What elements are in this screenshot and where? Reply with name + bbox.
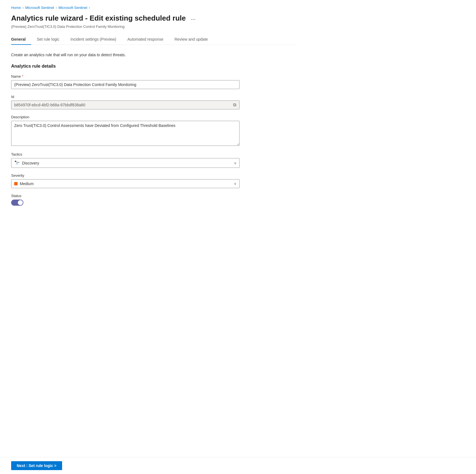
- severity-dot-icon: [14, 182, 18, 185]
- toggle-thumb: [18, 200, 23, 205]
- breadcrumb-sep-2: ›: [56, 6, 57, 10]
- status-toggle-area: [11, 200, 295, 206]
- page-title: Analytics rule wizard - Edit existing sc…: [11, 14, 186, 23]
- name-input[interactable]: [11, 80, 240, 89]
- breadcrumb-sep-1: ›: [23, 6, 24, 10]
- section-description: Create an analytics rule that will run o…: [11, 53, 295, 57]
- id-label: Id: [11, 95, 295, 99]
- id-field-group: Id ⧉: [11, 95, 295, 109]
- section-title: Analytics rule details: [11, 64, 295, 69]
- tactics-value: Discovery: [22, 161, 39, 165]
- severity-select-left: Medium: [14, 181, 34, 186]
- severity-select[interactable]: Medium ∨: [11, 179, 240, 188]
- more-options-button[interactable]: ···: [189, 15, 198, 23]
- tab-incident-settings[interactable]: Incident settings (Preview): [65, 34, 122, 45]
- copy-id-button[interactable]: ⧉: [232, 101, 237, 109]
- tactics-field-group: Tactics 🔭 Discovery ∨: [11, 152, 295, 168]
- name-field-group: Name *: [11, 74, 295, 89]
- tactics-select-wrapper: 🔭 Discovery ∨: [11, 158, 240, 168]
- tactics-select-left: 🔭 Discovery: [14, 160, 39, 166]
- tactics-label: Tactics: [11, 152, 295, 156]
- description-label: Description: [11, 115, 295, 119]
- breadcrumb-sep-3: ›: [89, 6, 90, 10]
- severity-label: Severity: [11, 173, 295, 178]
- tactics-select[interactable]: 🔭 Discovery ∨: [11, 158, 240, 168]
- tabs-navigation: General Set rule logic Incident settings…: [11, 34, 295, 45]
- tab-automated-response[interactable]: Automated response: [122, 34, 169, 45]
- tactics-icon: 🔭: [14, 160, 20, 166]
- copy-icon: ⧉: [233, 102, 236, 107]
- id-input: [11, 100, 240, 109]
- breadcrumb-sentinel-1[interactable]: Microsoft Sentinel: [25, 6, 54, 10]
- severity-chevron-icon: ∨: [234, 182, 236, 186]
- status-toggle[interactable]: [11, 200, 23, 206]
- tab-general[interactable]: General: [11, 34, 31, 45]
- description-field-group: Description Zero Trust(TIC3.0) Control A…: [11, 115, 295, 147]
- breadcrumb-home[interactable]: Home: [11, 6, 21, 10]
- status-field-group: Status: [11, 194, 295, 206]
- page-subtitle: (Preview) ZeroTrust(TIC3.0) Data Protect…: [11, 24, 295, 29]
- breadcrumb-sentinel-2[interactable]: Microsoft Sentinel: [58, 6, 87, 10]
- tab-review-update[interactable]: Review and update: [169, 34, 213, 45]
- severity-field-group: Severity Medium ∨: [11, 173, 295, 188]
- description-textarea[interactable]: Zero Trust(TIC3.0) Control Assessments h…: [11, 121, 240, 146]
- tab-set-rule-logic[interactable]: Set rule logic: [31, 34, 65, 45]
- form-content: Create an analytics rule that will run o…: [11, 53, 295, 206]
- page-header: Analytics rule wizard - Edit existing sc…: [11, 14, 295, 23]
- name-label: Name *: [11, 74, 295, 78]
- breadcrumb: Home › Microsoft Sentinel › Microsoft Se…: [11, 6, 295, 10]
- id-input-wrapper: ⧉: [11, 100, 240, 109]
- severity-select-wrapper: Medium ∨: [11, 179, 240, 188]
- tactics-chevron-icon: ∨: [234, 161, 236, 165]
- status-label: Status: [11, 194, 295, 198]
- severity-value: Medium: [20, 181, 34, 186]
- required-indicator: *: [22, 74, 23, 78]
